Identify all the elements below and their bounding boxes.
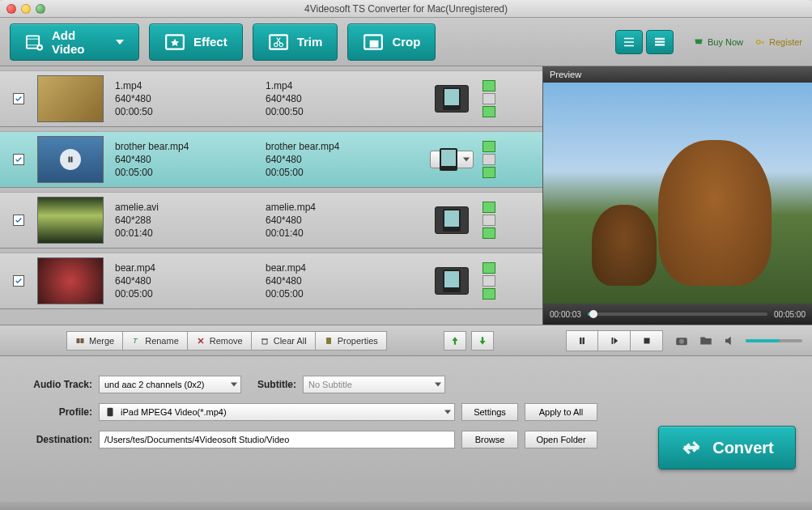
row-checkbox[interactable] xyxy=(13,275,24,287)
merge-icon xyxy=(75,336,85,346)
row-bottom-button[interactable] xyxy=(483,227,495,239)
output-duration: 00:01:40 xyxy=(266,227,427,240)
table-row[interactable]: bear.mp4640*48000:05:00bear.mp4640*48000… xyxy=(0,253,542,309)
trash-icon xyxy=(260,336,270,346)
extra-controls xyxy=(673,332,802,350)
svg-rect-21 xyxy=(644,338,649,343)
destination-field[interactable]: /Users/tes/Documents/4Videosoft Studio/V… xyxy=(99,431,455,448)
traffic-lights xyxy=(0,4,45,14)
rename-button[interactable]: TRename xyxy=(123,331,188,351)
seek-thumb[interactable] xyxy=(589,310,597,318)
convert-label: Convert xyxy=(712,439,774,457)
thumbnail[interactable] xyxy=(37,257,104,304)
properties-button[interactable]: Properties xyxy=(316,331,387,351)
row-top-button[interactable] xyxy=(483,202,495,213)
row-bottom-button[interactable] xyxy=(483,106,495,117)
pause-overlay-icon xyxy=(60,149,81,170)
volume-slider[interactable] xyxy=(746,339,802,342)
row-bottom-button[interactable] xyxy=(483,288,495,300)
settings-button[interactable]: Settings xyxy=(461,403,518,421)
pause-icon xyxy=(576,335,588,346)
subtitle-select[interactable]: No Subtitle xyxy=(303,376,445,393)
add-video-label: Add Video xyxy=(52,28,104,56)
svg-rect-13 xyxy=(71,157,73,163)
svg-rect-10 xyxy=(655,44,665,45)
svg-point-11 xyxy=(756,40,760,44)
destination-label: Destination: xyxy=(11,434,92,445)
move-up-button[interactable] xyxy=(444,331,466,351)
add-video-button[interactable]: Add Video xyxy=(10,23,139,61)
svg-rect-24 xyxy=(108,408,113,417)
view-list-button[interactable] xyxy=(615,30,643,54)
row-bottom-button[interactable] xyxy=(483,167,495,178)
output-filename: 1.mp4 xyxy=(266,79,427,92)
output-device-button[interactable] xyxy=(435,267,469,295)
row-checkbox[interactable] xyxy=(13,154,24,165)
row-order-buttons xyxy=(476,141,502,178)
browse-button[interactable]: Browse xyxy=(461,431,518,448)
row-top-button[interactable] xyxy=(483,80,495,91)
list-actions: Merge TRename Remove Clear All Propertie… xyxy=(66,331,387,351)
table-row[interactable]: amelie.avi640*28800:01:40amelie.mp4640*4… xyxy=(0,192,542,249)
row-top-button[interactable] xyxy=(483,262,495,274)
maximize-icon[interactable] xyxy=(36,4,45,14)
minimize-icon[interactable] xyxy=(21,4,31,14)
thumbnail[interactable] xyxy=(37,197,104,244)
volume-button[interactable] xyxy=(721,332,739,350)
effect-button[interactable]: Effect xyxy=(149,23,243,61)
audio-track-select[interactable]: und aac 2 channels (0x2) xyxy=(99,376,241,393)
step-button[interactable] xyxy=(598,330,631,351)
buy-now-label: Buy Now xyxy=(708,37,743,47)
snapshot-button[interactable] xyxy=(673,332,691,350)
trim-button[interactable]: Trim xyxy=(253,23,338,61)
apply-to-all-button[interactable]: Apply to All xyxy=(525,403,597,421)
titlebar: 4Videosoft TS Converter for Mac(Unregist… xyxy=(0,0,812,18)
app-window: 4Videosoft TS Converter for Mac(Unregist… xyxy=(0,0,812,510)
open-folder-button[interactable]: Open Folder xyxy=(525,431,597,448)
row-checkbox[interactable] xyxy=(13,93,24,104)
svg-rect-18 xyxy=(580,337,581,343)
detail-icon xyxy=(653,35,667,49)
merge-button[interactable]: Merge xyxy=(66,331,123,351)
arrow-up-icon xyxy=(449,335,461,346)
open-snapshot-folder-button[interactable] xyxy=(697,332,715,350)
table-row[interactable]: 1.mp4640*48000:00:501.mp4640*48000:00:50 xyxy=(0,70,542,127)
row-mid-button[interactable] xyxy=(483,93,495,104)
stop-button[interactable] xyxy=(631,330,663,351)
row-order-buttons xyxy=(476,202,502,239)
convert-button[interactable]: Convert xyxy=(658,426,796,470)
output-info: bear.mp4640*48000:05:00 xyxy=(266,261,427,300)
table-row[interactable]: brother bear.mp4640*48000:05:00brother b… xyxy=(0,131,542,188)
destination-value: /Users/tes/Documents/4Videosoft Studio/V… xyxy=(104,435,289,444)
ipad-icon xyxy=(440,148,457,171)
remove-icon xyxy=(196,336,206,346)
output-device-button[interactable] xyxy=(435,85,469,113)
pause-button[interactable] xyxy=(566,330,598,351)
view-detail-button[interactable] xyxy=(646,30,674,54)
close-icon[interactable] xyxy=(6,4,16,14)
thumbnail[interactable] xyxy=(37,136,104,183)
output-resolution: 640*480 xyxy=(266,214,427,227)
move-down-button[interactable] xyxy=(471,331,494,351)
output-resolution: 640*480 xyxy=(266,153,427,166)
thumbnail[interactable] xyxy=(37,75,104,122)
seek-slider[interactable] xyxy=(588,312,767,316)
remove-button[interactable]: Remove xyxy=(188,331,252,351)
row-mid-button[interactable] xyxy=(483,275,495,287)
preview-video[interactable] xyxy=(543,83,812,304)
row-mid-button[interactable] xyxy=(483,215,495,226)
clear-all-button[interactable]: Clear All xyxy=(252,331,316,351)
output-device-button[interactable] xyxy=(435,206,469,234)
output-device-select[interactable] xyxy=(430,151,474,168)
scissors-icon xyxy=(268,32,289,53)
register-link[interactable]: Register xyxy=(755,36,802,48)
row-top-button[interactable] xyxy=(483,141,495,152)
preview-content xyxy=(592,205,657,286)
buy-now-link[interactable]: Buy Now xyxy=(693,36,743,48)
profile-label: Profile: xyxy=(11,406,92,418)
row-mid-button[interactable] xyxy=(483,154,495,165)
svg-rect-17 xyxy=(326,338,331,344)
row-checkbox[interactable] xyxy=(13,215,24,226)
crop-button[interactable]: Crop xyxy=(347,23,436,61)
profile-select[interactable]: iPad MPEG4 Video(*.mp4) xyxy=(99,403,455,421)
